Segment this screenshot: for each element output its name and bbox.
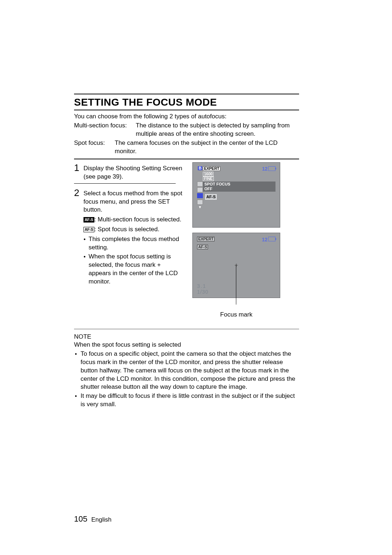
page-title: SETTING THE FOCUS MODE xyxy=(74,97,299,108)
page-footer: 105 English xyxy=(74,514,111,524)
lcd2-af-badge: AF-S xyxy=(197,245,208,249)
lcd2-aperture: 3.1 xyxy=(197,283,206,289)
scroll-down-icon: ▼ xyxy=(198,205,202,209)
battery-icon xyxy=(268,237,275,241)
def-spot: Spot focus: The camera focuses on the su… xyxy=(74,139,299,156)
lcd2-expert-badge: EXPERT xyxy=(197,237,215,241)
intro-block: You can choose from the following 2 type… xyxy=(74,113,299,156)
def-spot-label: Spot focus: xyxy=(74,139,115,156)
spacer xyxy=(192,228,299,233)
step-1: 1 Display the Shooting Setting Screen (s… xyxy=(74,162,183,181)
step-separator xyxy=(74,183,176,184)
af-spot-icon: AF-S xyxy=(83,227,94,232)
menu-icon xyxy=(197,187,203,192)
step-2-option-multi: AF-S: Multi-section focus is selected. xyxy=(83,216,183,224)
def-spot-body: The camera focuses on the subject in the… xyxy=(115,139,299,156)
lcd1-resolution: 1600 xyxy=(203,172,213,176)
lcd1-b-badge: B xyxy=(198,166,202,170)
step-2-text: Select a focus method from the spot focu… xyxy=(83,189,183,215)
rule-top xyxy=(74,94,299,94)
lcd1-expert-badge: EXPERT xyxy=(203,166,220,171)
lcd1-shots-remaining: 12 xyxy=(262,166,268,171)
step-2-body: Select a focus method from the spot focu… xyxy=(83,187,183,286)
rule-under-title xyxy=(74,110,299,110)
af-multi-icon: AF-S xyxy=(83,217,94,223)
note-heading: NOTE xyxy=(74,333,299,340)
grid-icon xyxy=(197,200,203,205)
figures-column: B EXPERT 12 1600 FINE SPOT FOCUS OFF xyxy=(183,162,299,318)
manual-page: SETTING THE FOCUS MODE You can choose fr… xyxy=(0,0,392,555)
lcd1-quality: FINE xyxy=(203,176,214,181)
lcd1-selected-row: SPOT FOCUS OFF xyxy=(203,181,275,192)
menu-icon xyxy=(197,181,203,187)
lcd1-af-label: AF-S xyxy=(205,194,217,200)
step-2-number: 2 xyxy=(74,187,83,197)
focus-mark-icon: + xyxy=(234,261,238,269)
def-multi: Multi-section focus: The distance to the… xyxy=(74,122,299,138)
page-language: English xyxy=(91,516,111,523)
step-2-bullets: This completes the focus method setting.… xyxy=(83,235,183,286)
lcd1-menu-title: SPOT FOCUS xyxy=(204,182,230,186)
page-number: 105 xyxy=(74,514,87,523)
lcd1-left-icons xyxy=(197,181,203,193)
lcd1-af-highlight-icon xyxy=(197,193,203,198)
note-bullets: To focus on a specific object, point the… xyxy=(74,350,299,409)
note-rule xyxy=(74,328,299,330)
note-bullet-1: To focus on a specific object, point the… xyxy=(74,350,299,392)
step-2-spot-desc: : Spot focus is selected. xyxy=(94,226,160,233)
note-bullet-2: It may be difficult to focus if there is… xyxy=(74,392,299,409)
def-multi-label: Multi-section focus: xyxy=(74,122,136,138)
rule-after-intro xyxy=(74,159,299,159)
def-multi-body: The distance to the subject is detected … xyxy=(136,122,299,138)
step-1-number: 1 xyxy=(74,162,83,172)
step-2: 2 Select a focus method from the spot fo… xyxy=(74,187,183,286)
lcd2-shots-remaining: 12 xyxy=(262,237,268,242)
step-1-text: Display the Shooting Setting Screen (see… xyxy=(83,162,183,181)
battery-icon xyxy=(268,166,275,171)
note-subheading: When the spot focus setting is selected xyxy=(74,341,299,348)
step-2-bullet-2: When the spot focus setting is selected,… xyxy=(83,253,183,286)
step-2-option-spot: AF-S: Spot focus is selected. xyxy=(83,225,183,234)
step-2-multi-desc: : Multi-section focus is selected. xyxy=(94,216,181,223)
leader-line xyxy=(236,265,236,305)
intro-line: You can choose from the following 2 type… xyxy=(74,113,299,121)
lcd1-af-row: AF-S xyxy=(197,193,217,199)
lcd1-menu-value: OFF xyxy=(204,187,212,191)
step-2-bullet-1: This completes the focus method setting. xyxy=(83,235,183,252)
steps-column: 1 Display the Shooting Setting Screen (s… xyxy=(74,162,183,286)
lcd2-shutter: 1/30 xyxy=(197,289,208,295)
lcd-menu-screen: B EXPERT 12 1600 FINE SPOT FOCUS OFF xyxy=(192,162,280,228)
lcd-live-screen: EXPERT 12 AF-S + 3.1 1/30 xyxy=(192,233,280,298)
focus-mark-label: Focus mark xyxy=(192,311,280,318)
body-row: 1 Display the Shooting Setting Screen (s… xyxy=(74,162,299,318)
focus-mark-leader xyxy=(192,298,280,310)
